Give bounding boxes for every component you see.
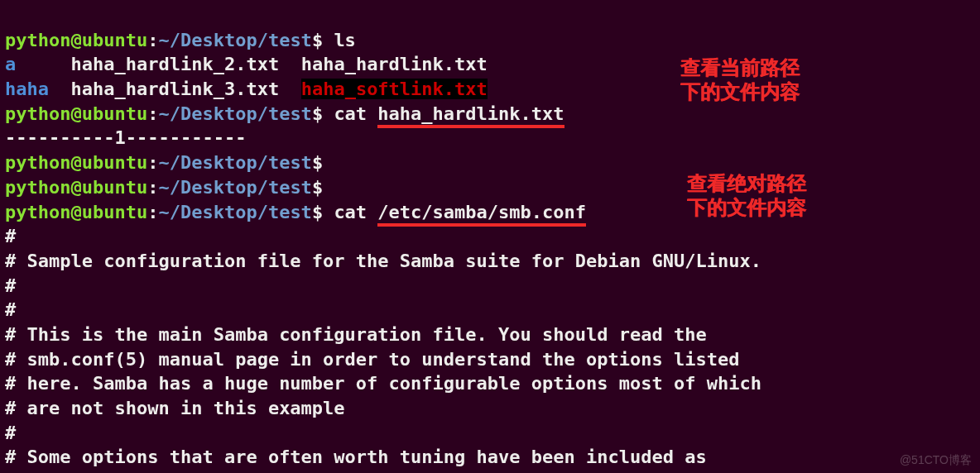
prompt-line-4: python@ubuntu:~/Desktop/test$: [5, 177, 334, 198]
out-conf-4: # This is the main Samba configuration f…: [5, 324, 707, 345]
ls-row-1: a haha_hardlink_2.txt haha_hardlink.txt: [5, 54, 488, 74]
prompt-path: ~/Desktop/test: [158, 30, 311, 50]
out-conf-5: # smb.conf(5) manual page in order to un…: [5, 349, 739, 370]
annot2-line2: 下的文件内容: [687, 196, 806, 220]
out-conf-7: # are not shown in this example: [5, 398, 345, 418]
annot1-line1: 查看当前路径: [680, 56, 800, 80]
cmd-cat-2: cat: [334, 202, 377, 222]
prompt-line-2: python@ubuntu:~/Desktop/test$ cat haha_h…: [5, 103, 564, 128]
out-conf-9: # Some options that are often worth tuni…: [5, 447, 707, 467]
annotation-current-path: 查看当前路径 下的文件内容: [680, 56, 800, 104]
out-conf-1: # Sample configuration file for the Samb…: [5, 251, 761, 271]
terminal[interactable]: python@ubuntu:~/Desktop/test$ ls a haha_…: [0, 0, 980, 473]
prompt-dollar: $: [312, 30, 334, 50]
prompt-line-3: python@ubuntu:~/Desktop/test$: [5, 152, 334, 173]
annot1-line2: 下的文件内容: [680, 80, 800, 104]
prompt-line-1: python@ubuntu:~/Desktop/test$ ls: [5, 30, 356, 50]
out-conf-2: #: [5, 275, 16, 296]
annotation-absolute-path: 查看绝对路径 下的文件内容: [687, 172, 806, 220]
out-dashes: ----------1-----------: [5, 127, 246, 148]
ls-softlink: haha_softlink.txt: [301, 79, 488, 99]
out-conf-3: #: [5, 299, 16, 320]
ls-row-2: haha haha_hardlink_3.txt haha_softlink.t…: [5, 79, 488, 99]
ls-file-hl2: haha_hardlink_2.txt: [70, 54, 279, 74]
cmd-cat-1-arg: haha_hardlink.txt: [377, 103, 564, 128]
cmd-ls: ls: [334, 30, 356, 50]
ls-dir-haha: haha: [5, 79, 49, 99]
out-conf-8: #: [5, 423, 16, 443]
cmd-cat-1: cat: [334, 103, 377, 124]
prompt-user: python@ubuntu: [5, 30, 147, 50]
cmd-cat-2-arg: /etc/samba/smb.conf: [377, 202, 586, 227]
prompt-colon: :: [147, 30, 158, 50]
ls-file-hl3: haha_hardlink_3.txt: [70, 79, 279, 99]
watermark: @51CTO博客: [900, 452, 972, 468]
out-conf-6: # here. Samba has a huge number of confi…: [5, 373, 761, 394]
prompt-line-5: python@ubuntu:~/Desktop/test$ cat /etc/s…: [5, 202, 586, 227]
annot2-line1: 查看绝对路径: [687, 172, 806, 196]
ls-dir-a: a: [5, 54, 16, 74]
ls-file-hl: haha_hardlink.txt: [301, 54, 488, 74]
out-conf-0: #: [5, 226, 16, 246]
